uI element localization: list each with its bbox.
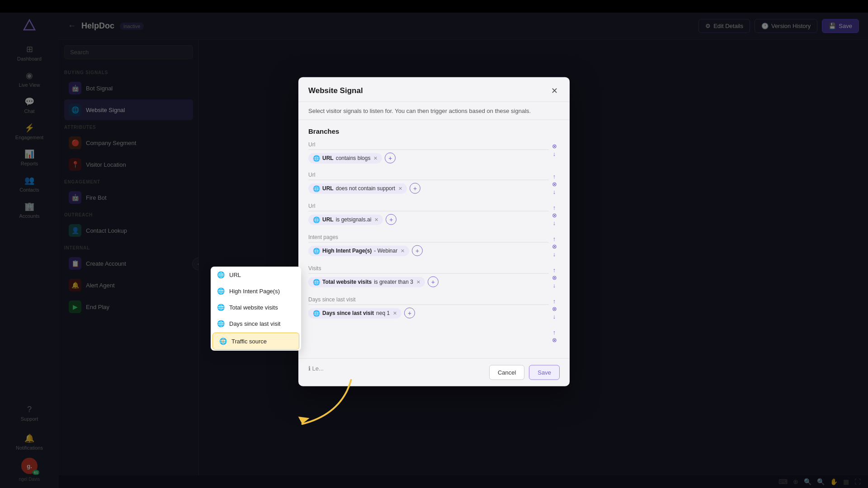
globe-icon: 🌐 [313,310,320,316]
website-signal-modal: Website Signal ✕ Select visitor signals … [298,77,570,386]
move-down-button[interactable]: ↓ [553,314,556,319]
remove-branch-button[interactable]: ⊗ [552,244,557,249]
branch-row-1: Url 🌐 URL contains blogs ✕ + ⊗ ↓ [308,141,560,164]
branch-content-7 [308,328,549,341]
branch-controls-6: ↑ ⊗ ↓ [549,296,560,319]
remove-condition-button[interactable]: ✕ [393,310,397,316]
add-condition-button[interactable]: + [410,183,420,194]
branch-label-3: Url [308,203,549,211]
branch-row-4: Intent pages 🌐 High Intent Page(s) - Web… [308,234,560,257]
remove-branch-button[interactable]: ⊗ [552,275,557,281]
globe-icon: 🌐 [313,216,320,223]
move-up-button[interactable]: ↑ [553,174,556,179]
modal-body: Branches Url 🌐 URL contains blogs ✕ + ⊗ … [298,120,570,358]
condition-tag: 🌐 URL contains blogs ✕ [308,153,382,163]
branch-label-1: Url [308,141,549,150]
move-up-button[interactable]: ↑ [553,236,556,242]
remove-branch-button[interactable]: ⊗ [552,212,557,218]
globe-icon: 🌐 [313,155,320,161]
remove-condition-button[interactable]: ✕ [398,185,402,191]
branch-condition-5: 🌐 Total website visits is greater than 3… [308,277,549,287]
branch-content-1: Url 🌐 URL contains blogs ✕ + [308,141,549,164]
dropdown-item-url[interactable]: 🌐 URL [211,267,301,283]
globe-icon: 🌐 [219,338,227,345]
condition-tag: 🌐 Total website visits is greater than 3… [308,277,425,287]
move-down-button[interactable]: ↓ [553,282,556,288]
condition-type-dropdown: 🌐 URL 🌐 High Intent Page(s) 🌐 Total webs… [211,267,301,351]
cancel-button[interactable]: Cancel [489,365,524,380]
branch-controls-4: ↑ ⊗ ↓ [549,234,560,257]
branch-controls-7: ↑ ⊗ [549,328,560,343]
add-condition-button[interactable]: + [404,308,415,319]
modal-footer: ℹ Le... Cancel Save [298,358,570,386]
dropdown-item-traffic-source[interactable]: 🌐 Traffic source [212,333,299,350]
add-condition-button[interactable]: + [428,277,439,287]
remove-branch-button[interactable]: ⊗ [552,143,557,149]
add-condition-button[interactable]: + [386,214,396,225]
branch-label-2: Url [308,172,549,180]
move-down-button[interactable]: ↓ [553,151,556,157]
branch-condition-6: 🌐 Days since last visit neq 1 ✕ + [308,308,549,319]
dropdown-item-high-intent[interactable]: 🌐 High Intent Page(s) [211,283,301,299]
branch-row-5: Visits 🌐 Total website visits is greater… [308,265,560,288]
branch-condition-7 [308,328,549,341]
move-down-button[interactable]: ↓ [553,251,556,257]
modal-title: Website Signal [308,86,363,95]
dropdown-item-total-visits[interactable]: 🌐 Total website visits [211,299,301,315]
remove-condition-button[interactable]: ✕ [416,279,420,285]
move-down-button[interactable]: ↓ [553,220,556,226]
branch-row-6: Days since last visit 🌐 Days since last … [308,296,560,319]
globe-icon: 🌐 [313,185,320,192]
branch-controls-1: ⊗ ↓ [549,141,560,157]
move-down-button[interactable]: ↓ [553,189,556,195]
branch-condition-2: 🌐 URL does not contain support ✕ + [308,183,549,194]
branch-condition-4: 🌐 High Intent Page(s) - Webinar ✕ + [308,245,549,256]
condition-tag: 🌐 URL is getsignals.ai ✕ [308,214,383,225]
branch-content-2: Url 🌐 URL does not contain support ✕ + [308,172,549,194]
add-condition-button[interactable]: + [385,153,396,164]
modal-subtitle: Select visitor signals to listen for. Yo… [298,102,570,120]
globe-icon: 🌐 [217,271,225,278]
condition-tag: 🌐 High Intent Page(s) - Webinar ✕ [308,245,409,256]
modal-save-button[interactable]: Save [529,365,560,380]
branch-content-5: Visits 🌐 Total website visits is greater… [308,265,549,287]
modal-header: Website Signal ✕ [298,77,570,102]
remove-condition-button[interactable]: ✕ [401,248,405,253]
globe-icon: 🌐 [217,287,225,295]
branch-condition-3: 🌐 URL is getsignals.ai ✕ + [308,214,549,225]
remove-branch-button[interactable]: ⊗ [552,181,557,187]
branch-content-6: Days since last visit 🌐 Days since last … [308,296,549,319]
branch-row-3: Url 🌐 URL is getsignals.ai ✕ + ↑ ⊗ ↓ [308,203,560,226]
learn-more-link[interactable]: ℹ Le... [308,365,324,380]
branch-content-3: Url 🌐 URL is getsignals.ai ✕ + [308,203,549,225]
branch-label-6: Days since last visit [308,296,549,305]
remove-condition-button[interactable]: ✕ [373,155,377,161]
condition-tag: 🌐 Days since last visit neq 1 ✕ [308,308,401,318]
remove-condition-button[interactable]: ✕ [374,216,378,222]
branch-controls-2: ↑ ⊗ ↓ [549,172,560,195]
branch-content-4: Intent pages 🌐 High Intent Page(s) - Web… [308,234,549,256]
globe-icon: 🌐 [313,278,320,285]
remove-branch-button[interactable]: ⊗ [552,306,557,312]
add-condition-button[interactable]: + [412,245,423,256]
move-up-button[interactable]: ↑ [553,329,556,335]
move-up-button[interactable]: ↑ [553,298,556,304]
globe-icon: 🌐 [313,247,320,254]
branches-label: Branches [308,127,560,135]
condition-tag: 🌐 URL does not contain support ✕ [308,183,407,193]
move-up-button[interactable]: ↑ [553,267,556,273]
branch-controls-3: ↑ ⊗ ↓ [549,203,560,226]
dropdown-item-days-last-visit[interactable]: 🌐 Days since last visit [211,315,301,332]
branch-condition-1: 🌐 URL contains blogs ✕ + [308,153,549,164]
branch-row-7: ↑ ⊗ [308,328,560,343]
branch-label-4: Intent pages [308,234,549,243]
globe-icon: 🌐 [217,304,225,311]
move-up-button[interactable]: ↑ [553,205,556,211]
branch-label-5: Visits [308,265,549,274]
globe-icon: 🌐 [217,320,225,327]
remove-branch-button[interactable]: ⊗ [552,337,557,343]
modal-close-button[interactable]: ✕ [549,85,560,96]
branch-row-2: Url 🌐 URL does not contain support ✕ + ↑… [308,172,560,195]
branch-controls-5: ↑ ⊗ ↓ [549,265,560,288]
